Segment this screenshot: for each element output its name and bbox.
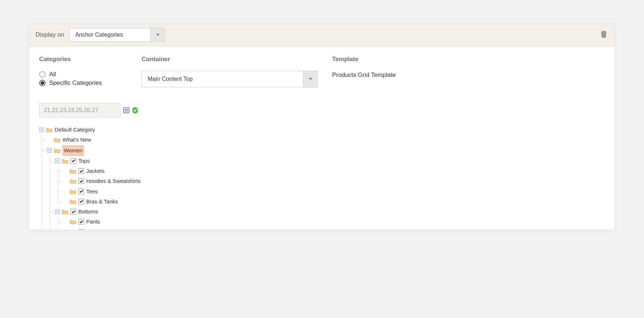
tree-checkbox[interactable] (70, 158, 76, 164)
folder-icon (54, 137, 60, 142)
svg-point-6 (58, 151, 60, 153)
delete-button[interactable] (599, 29, 608, 41)
categories-title: Categories (39, 56, 138, 63)
template-title: Template (332, 56, 605, 63)
chevron-down-icon (156, 34, 160, 36)
tree-checkbox[interactable] (78, 178, 84, 184)
folder-icon (70, 189, 76, 194)
template-value: Products Grid Template (332, 72, 605, 79)
container-column: Container Main Content Top (142, 56, 328, 230)
svg-rect-3 (605, 33, 606, 37)
calendar-chooser-icon[interactable] (123, 107, 129, 113)
tree-toggle[interactable]: − (55, 158, 60, 163)
svg-point-4 (50, 130, 52, 132)
tree-checkbox[interactable] (78, 219, 84, 225)
category-tree: − Default Category What's New (39, 125, 138, 230)
tree-node-label[interactable]: Women (63, 146, 84, 156)
layout-update-card: Display on Anchor Categories Categories … (29, 23, 615, 230)
categories-column: Categories All Specific Categories (39, 56, 138, 230)
category-ids-row (39, 103, 138, 117)
template-column: Template Products Grid Template (332, 56, 605, 230)
container-title: Container (142, 56, 328, 63)
tree-node-label[interactable]: Default Category (55, 125, 95, 134)
category-ids-input[interactable] (39, 103, 120, 117)
svg-point-5 (58, 140, 60, 142)
layout-body: Categories All Specific Categories (29, 46, 615, 230)
tree-checkbox[interactable] (70, 209, 76, 215)
folder-icon (62, 158, 68, 163)
tree-toggle[interactable]: − (47, 148, 52, 153)
folder-icon (54, 148, 60, 153)
display-on-select-value: Anchor Categories (69, 28, 150, 41)
radio-all[interactable]: All (39, 71, 138, 78)
container-select-value: Main Content Top (142, 71, 303, 87)
tree-node-label[interactable]: Tees (86, 187, 98, 196)
svg-marker-0 (156, 34, 160, 36)
tree-toggle[interactable]: − (39, 128, 44, 132)
radio-specific-label: Specific Categories (49, 79, 102, 87)
tree-node-label[interactable]: Jackets (86, 166, 105, 176)
chevron-down-icon (309, 78, 312, 80)
folder-icon (70, 199, 76, 204)
display-on-select[interactable]: Anchor Categories (69, 28, 165, 42)
tree-node-label[interactable]: Tops (78, 156, 90, 166)
folder-icon (46, 127, 52, 132)
tree-checkbox[interactable] (78, 168, 84, 174)
container-select[interactable]: Main Content Top (142, 71, 318, 87)
display-on-label: Display on (36, 31, 64, 38)
svg-marker-7 (309, 78, 312, 80)
tree-node-label[interactable]: Bottoms (78, 207, 98, 216)
folder-icon (70, 169, 76, 174)
tree-node-label[interactable]: Shorts (86, 227, 102, 230)
tree-node-label[interactable]: Pants (86, 217, 100, 226)
tree-node-label[interactable]: Bras & Tanks (86, 197, 118, 206)
svg-rect-1 (602, 33, 603, 37)
tree-toggle[interactable]: − (55, 209, 60, 214)
ok-status-icon (132, 107, 138, 114)
radio-specific[interactable]: Specific Categories (39, 79, 138, 87)
trash-icon (601, 31, 607, 38)
tree-checkbox[interactable] (78, 199, 84, 204)
tree-node-label[interactable]: Hoodies & Sweatshirts (86, 176, 141, 186)
folder-icon (70, 219, 76, 224)
display-on-bar: Display on Anchor Categories (29, 24, 615, 46)
radio-all-label: All (49, 71, 56, 78)
tree-checkbox[interactable] (78, 229, 84, 230)
tree-node-label[interactable]: What's New (63, 135, 91, 144)
tree-checkbox[interactable] (78, 189, 84, 194)
svg-rect-2 (603, 33, 604, 37)
folder-icon (62, 209, 68, 214)
folder-icon (70, 179, 76, 184)
container-select-toggle[interactable] (303, 71, 317, 87)
display-on-select-toggle[interactable] (150, 28, 165, 41)
